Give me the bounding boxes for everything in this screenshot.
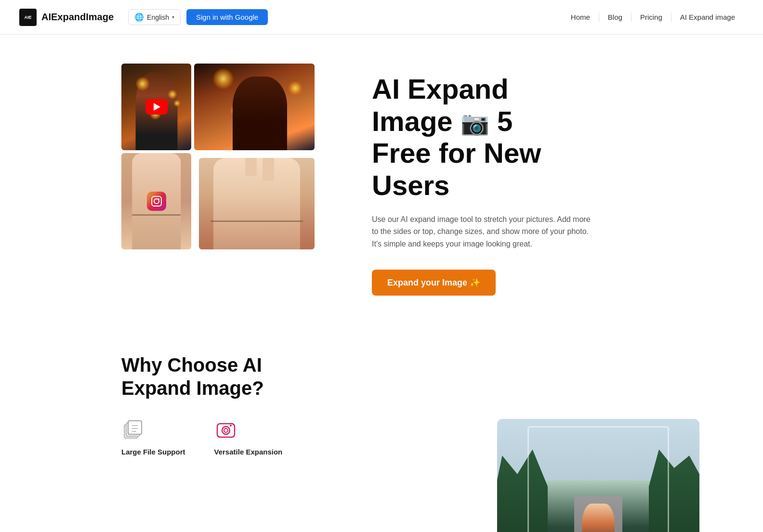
hero-text-content: AI Expand Image 📷 5 Free for New Users U… [372, 64, 699, 296]
logo[interactable]: AIE AIExpandImage [19, 9, 114, 26]
hero-image-2 [194, 64, 315, 150]
instagram-badge[interactable] [147, 192, 166, 211]
nav-home[interactable]: Home [562, 13, 599, 21]
why-content: Large File Support Versatile Expansion [121, 419, 699, 532]
nav-ai-expand[interactable]: AI Expand image [671, 13, 744, 21]
globe-icon: 🌐 [134, 13, 144, 22]
nav-pricing[interactable]: Pricing [631, 13, 671, 21]
signin-button[interactable]: Sign in with Google [186, 9, 268, 25]
hero-image-3 [121, 153, 191, 249]
hero-image-4 [199, 158, 315, 249]
nav-links: Home Blog Pricing AI Expand image [562, 13, 744, 22]
feature-large-file: Large File Support [121, 419, 185, 456]
wrist-shape-2 [213, 158, 300, 249]
versatile-label: Versatile Expansion [214, 448, 283, 456]
language-selector[interactable]: 🌐 English ▾ [128, 9, 181, 25]
large-file-icon [121, 419, 145, 442]
why-section: Why Choose AI Expand Image? Large File S… [44, 324, 719, 532]
person-silhouette-2 [233, 77, 287, 150]
large-file-label: Large File Support [121, 448, 185, 456]
expand-image-button[interactable]: Expand your Image ✨ [372, 270, 496, 296]
versatile-icon [214, 419, 237, 442]
chevron-down-icon: ▾ [172, 14, 174, 20]
brand-name: AIExpandImage [41, 12, 114, 23]
bracelet-2 [210, 221, 303, 222]
finger-1 [245, 158, 257, 176]
hero-title: AI Expand Image 📷 5 Free for New Users [372, 73, 699, 202]
instagram-icon [151, 196, 162, 207]
feature-versatile: Versatile Expansion [214, 419, 283, 456]
why-features: Large File Support Versatile Expansion [121, 419, 282, 456]
hero-image-collage [121, 64, 343, 249]
person-figure [582, 504, 614, 532]
bracelet [132, 214, 181, 216]
finger-2 [263, 158, 274, 181]
hero-title-line3: Free for New [372, 137, 541, 169]
navbar: AIE AIExpandImage 🌐 English ▾ Sign in wi… [0, 0, 763, 35]
why-title-line2: Expand Image? [121, 377, 264, 399]
youtube-play-badge[interactable] [145, 99, 168, 115]
nav-blog[interactable]: Blog [599, 13, 631, 21]
hero-image-1 [121, 64, 191, 150]
hero-description: Use our AI expand image tool to stretch … [372, 213, 593, 250]
svg-rect-3 [217, 424, 235, 437]
hero-title-line1: AI Expand [372, 73, 509, 104]
why-title: Why Choose AI Expand Image? [121, 353, 304, 400]
image-grid [121, 64, 343, 249]
hero-title-number: 5 [497, 105, 513, 137]
why-title-line1: Why Choose AI [121, 354, 262, 376]
camera-emoji: 📷 [460, 110, 489, 136]
hero-title-line4: Users [372, 169, 449, 201]
svg-point-5 [224, 428, 228, 432]
lang-label: English [147, 13, 169, 21]
svg-rect-2 [128, 421, 142, 434]
hero-title-line2: Image [372, 105, 453, 137]
demo-image-area [497, 419, 699, 532]
hero-section: AI Expand Image 📷 5 Free for New Users U… [44, 35, 719, 324]
logo-icon: AIE [19, 9, 37, 26]
svg-point-6 [230, 425, 232, 427]
svg-point-4 [222, 427, 230, 434]
